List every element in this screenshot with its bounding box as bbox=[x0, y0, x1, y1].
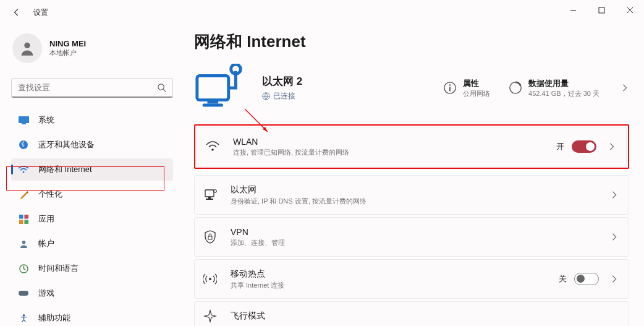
row-sub: 添加、连接、管理 bbox=[231, 238, 608, 247]
svg-rect-30 bbox=[206, 199, 213, 200]
close-button[interactable] bbox=[616, 0, 644, 20]
sidebar-item-gaming[interactable]: 游戏 bbox=[11, 282, 173, 304]
search-icon bbox=[157, 83, 166, 92]
network-diagram-icon bbox=[194, 64, 248, 112]
svg-rect-28 bbox=[205, 190, 214, 197]
svg-rect-15 bbox=[19, 291, 28, 296]
sidebar-item-label: 游戏 bbox=[38, 288, 54, 299]
svg-rect-29 bbox=[208, 197, 211, 199]
svg-point-20 bbox=[231, 64, 241, 74]
sidebar-item-label: 蓝牙和其他设备 bbox=[38, 139, 95, 150]
row-sub: 共享 Internet 连接 bbox=[231, 281, 559, 290]
svg-point-27 bbox=[211, 148, 214, 151]
search-box[interactable] bbox=[11, 78, 173, 98]
hotspot-icon bbox=[203, 272, 217, 286]
sidebar-item-personalization[interactable]: 个性化 bbox=[11, 183, 173, 205]
svg-rect-12 bbox=[24, 220, 28, 224]
sidebar-item-label: 网络和 Internet bbox=[38, 164, 92, 175]
minimize-button[interactable] bbox=[559, 0, 587, 20]
sidebar-item-network[interactable]: 网络和 Internet bbox=[11, 158, 173, 181]
properties-link[interactable]: 属性 公用网络 bbox=[443, 78, 490, 98]
user-subtitle: 本地帐户 bbox=[49, 48, 86, 58]
svg-point-33 bbox=[209, 278, 211, 280]
svg-rect-5 bbox=[19, 116, 29, 123]
network-icon bbox=[17, 163, 30, 176]
svg-point-16 bbox=[22, 314, 25, 316]
sidebar-item-accessibility[interactable]: 辅助功能 bbox=[11, 307, 173, 326]
chevron-right-icon[interactable] bbox=[608, 142, 616, 151]
connection-state: 已连接 bbox=[273, 91, 295, 101]
hotspot-toggle-state: 关 bbox=[559, 273, 567, 285]
row-sub: 连接, 管理已知网络, 按流量计费的网络 bbox=[233, 148, 556, 157]
back-button[interactable] bbox=[11, 7, 22, 18]
chevron-right-icon[interactable] bbox=[610, 275, 619, 283]
svg-rect-6 bbox=[22, 123, 26, 124]
sidebar-item-label: 应用 bbox=[38, 213, 54, 225]
setting-row-wlan[interactable]: WLAN 连接, 管理已知网络, 按流量计费的网络 开 bbox=[197, 127, 627, 166]
vpn-icon bbox=[203, 230, 217, 244]
sidebar-item-label: 系统 bbox=[38, 114, 54, 126]
sidebar-item-label: 辅助功能 bbox=[38, 312, 70, 324]
setting-row-hotspot[interactable]: 移动热点 共享 Internet 连接 关 bbox=[194, 259, 629, 299]
system-icon bbox=[17, 114, 30, 126]
chevron-right-icon[interactable] bbox=[610, 191, 619, 199]
row-title: 以太网 bbox=[231, 184, 608, 195]
svg-rect-19 bbox=[203, 104, 223, 107]
chevron-right-icon[interactable] bbox=[610, 233, 619, 241]
svg-rect-24 bbox=[449, 87, 451, 91]
search-input[interactable] bbox=[18, 83, 157, 92]
ethernet-icon bbox=[203, 188, 217, 202]
row-title: VPN bbox=[231, 227, 608, 237]
apps-icon bbox=[17, 213, 30, 225]
sidebar-item-apps[interactable]: 应用 bbox=[11, 208, 173, 230]
svg-point-8 bbox=[23, 171, 25, 173]
data-usage-link[interactable]: 数据使用量 452.41 GB，过去 30 天 bbox=[509, 78, 600, 98]
svg-rect-11 bbox=[19, 220, 23, 224]
accounts-icon bbox=[17, 238, 30, 250]
svg-point-7 bbox=[19, 140, 28, 149]
setting-row-vpn[interactable]: VPN 添加、连接、管理 bbox=[194, 217, 629, 257]
sidebar-item-label: 帐户 bbox=[38, 238, 54, 249]
row-title: 飞行模式 bbox=[231, 311, 619, 322]
hotspot-toggle[interactable] bbox=[574, 273, 599, 285]
svg-point-23 bbox=[449, 84, 451, 85]
svg-line-4 bbox=[163, 89, 166, 92]
info-icon bbox=[443, 81, 457, 95]
accessibility-icon bbox=[17, 312, 30, 324]
maximize-button[interactable] bbox=[587, 0, 616, 20]
sidebar-item-time-language[interactable]: 时间和语言 bbox=[11, 257, 173, 280]
connected-icon bbox=[262, 92, 270, 100]
annotation-wlan-highlight: WLAN 连接, 管理已知网络, 按流量计费的网络 开 bbox=[194, 124, 629, 169]
user-card[interactable]: NING MEI 本地帐户 bbox=[12, 33, 173, 63]
svg-rect-32 bbox=[208, 236, 212, 239]
data-usage-sub: 452.41 GB，过去 30 天 bbox=[528, 89, 600, 98]
data-usage-icon bbox=[509, 81, 522, 95]
svg-rect-17 bbox=[197, 76, 229, 100]
user-name: NING MEI bbox=[49, 39, 86, 48]
avatar bbox=[12, 33, 42, 63]
setting-row-airplane[interactable]: 飞行模式 bbox=[194, 301, 629, 326]
svg-point-13 bbox=[22, 240, 25, 244]
connection-name: 以太网 2 bbox=[262, 74, 404, 88]
network-status-card: 以太网 2 已连接 属性 公用网络 数据使用量 bbox=[194, 64, 629, 112]
bluetooth-icon bbox=[17, 139, 30, 151]
sidebar-item-label: 个性化 bbox=[38, 189, 62, 200]
wifi-icon bbox=[206, 140, 219, 153]
setting-row-ethernet[interactable]: 以太网 身份验证, IP 和 DNS 设置, 按流量计费的网络 bbox=[194, 175, 629, 215]
wlan-toggle[interactable] bbox=[572, 140, 596, 153]
time-language-icon bbox=[17, 262, 30, 275]
svg-point-2 bbox=[24, 43, 30, 48]
wlan-toggle-state: 开 bbox=[556, 141, 564, 152]
svg-rect-9 bbox=[19, 215, 23, 219]
svg-point-3 bbox=[158, 84, 164, 90]
svg-rect-1 bbox=[599, 7, 604, 13]
chevron-right-icon[interactable] bbox=[621, 84, 629, 92]
personalization-icon bbox=[17, 188, 30, 200]
sidebar-item-system[interactable]: 系统 bbox=[11, 109, 173, 131]
row-sub: 身份验证, IP 和 DNS 设置, 按流量计费的网络 bbox=[231, 197, 608, 206]
data-usage-label: 数据使用量 bbox=[528, 78, 600, 89]
sidebar-item-accounts[interactable]: 帐户 bbox=[11, 233, 173, 255]
window-title: 设置 bbox=[33, 7, 48, 18]
sidebar-item-bluetooth[interactable]: 蓝牙和其他设备 bbox=[11, 134, 173, 156]
properties-sub: 公用网络 bbox=[463, 89, 490, 98]
